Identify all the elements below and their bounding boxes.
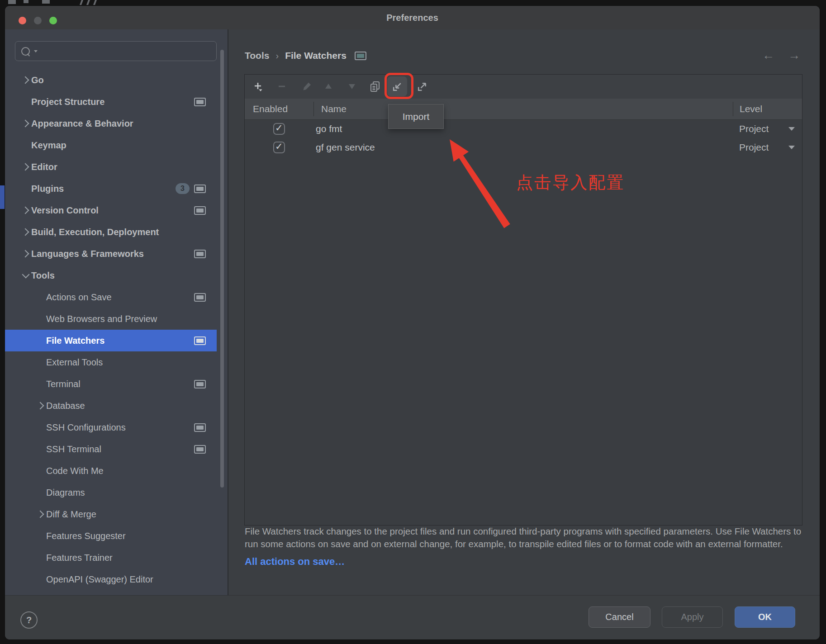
minus-icon xyxy=(276,81,287,92)
dropdown-caret-icon xyxy=(788,146,795,149)
sidebar-item-file-watchers[interactable]: File Watchers xyxy=(5,330,217,351)
monitor-icon xyxy=(355,52,366,60)
move-down-button[interactable] xyxy=(342,76,362,96)
background-fragment xyxy=(80,0,83,5)
titlebar: Preferences xyxy=(5,6,820,30)
monitor-icon xyxy=(194,185,206,193)
watcher-row-gf-gen-service[interactable]: gf gen service Project xyxy=(245,138,802,156)
column-header-name: Name xyxy=(313,102,733,116)
sidebar-item-features-trainer[interactable]: Features Trainer xyxy=(5,547,217,568)
ok-button[interactable]: OK xyxy=(735,606,795,628)
copy-watcher-button[interactable] xyxy=(365,76,385,96)
dialog-footer: ? Cancel Apply OK xyxy=(5,595,820,639)
sidebar-item-diff-merge[interactable]: Diff & Merge xyxy=(5,503,217,525)
monitor-icon xyxy=(194,336,206,345)
column-header-enabled: Enabled xyxy=(245,104,313,114)
move-up-button[interactable] xyxy=(318,76,338,96)
sidebar-item-tools[interactable]: Tools xyxy=(5,265,217,286)
sidebar-item-diagrams[interactable]: Diagrams xyxy=(5,482,217,503)
background-fragment xyxy=(0,185,5,209)
level-dropdown[interactable]: Project xyxy=(733,142,802,153)
sidebar-item-keymap[interactable]: Keymap xyxy=(5,134,217,156)
watchers-table-header: Enabled Name Level xyxy=(245,99,802,120)
search-options-caret-icon xyxy=(34,50,38,52)
settings-content: Tools › File Watchers ← → xyxy=(228,29,820,596)
enabled-checkbox[interactable] xyxy=(273,142,285,153)
watchers-description: File Watchers track changes to the proje… xyxy=(245,525,809,568)
remove-watcher-button[interactable] xyxy=(272,76,292,96)
export-icon xyxy=(416,80,428,93)
sidebar-item-database[interactable]: Database xyxy=(5,395,217,417)
window-title: Preferences xyxy=(5,6,820,29)
sidebar-item-project-structure[interactable]: Project Structure xyxy=(5,91,217,113)
background-fragment xyxy=(86,0,90,5)
plus-icon xyxy=(252,80,264,92)
edit-watcher-button[interactable] xyxy=(297,76,317,96)
sidebar-item-terminal[interactable]: Terminal xyxy=(5,373,217,395)
monitor-icon xyxy=(194,293,206,302)
sidebar-item-editor[interactable]: Editor xyxy=(5,156,217,178)
pencil-icon xyxy=(302,81,313,92)
monitor-icon xyxy=(194,423,206,432)
chevron-right-icon xyxy=(36,402,44,410)
chevron-right-icon xyxy=(21,228,29,236)
copy-icon xyxy=(369,80,381,92)
export-watchers-button[interactable] xyxy=(412,76,432,96)
all-actions-on-save-link[interactable]: All actions on save… xyxy=(245,555,345,568)
sidebar-item-features-suggester[interactable]: Features Suggester xyxy=(5,525,217,547)
add-watcher-button[interactable] xyxy=(248,76,268,96)
chevron-down-icon xyxy=(22,271,30,279)
search-input[interactable] xyxy=(41,46,216,57)
enabled-checkbox[interactable] xyxy=(273,123,285,135)
sidebar-item-external-tools[interactable]: External Tools xyxy=(5,351,217,373)
cancel-button[interactable]: Cancel xyxy=(589,606,650,628)
chevron-right-icon xyxy=(21,120,29,128)
settings-sidebar: Go Project Structure Appearance & Behavi… xyxy=(5,29,228,596)
sidebar-item-go[interactable]: Go xyxy=(5,69,217,91)
background-fragment xyxy=(93,0,97,5)
sidebar-scrollbar[interactable] xyxy=(220,50,224,488)
watchers-toolbar xyxy=(245,75,802,99)
watcher-row-go-fmt[interactable]: go fmt Project xyxy=(245,119,802,138)
apply-button[interactable]: Apply xyxy=(662,606,723,628)
sidebar-item-build-execution-deployment[interactable]: Build, Execution, Deployment xyxy=(5,221,217,243)
chevron-right-icon xyxy=(36,511,44,518)
arrow-down-icon xyxy=(347,81,357,92)
sidebar-item-actions-on-save[interactable]: Actions on Save xyxy=(5,286,217,308)
sidebar-item-ssh-terminal[interactable]: SSH Terminal xyxy=(5,438,217,460)
watcher-name: gf gen service xyxy=(313,142,733,153)
forward-button[interactable]: → xyxy=(788,48,800,62)
settings-tree: Go Project Structure Appearance & Behavi… xyxy=(5,69,228,590)
sidebar-item-plugins[interactable]: Plugins 3 xyxy=(5,178,217,199)
settings-search-box[interactable] xyxy=(15,41,217,61)
help-button[interactable]: ? xyxy=(20,611,38,629)
search-icon xyxy=(21,47,30,56)
monitor-icon xyxy=(194,380,206,388)
chevron-right-icon xyxy=(21,76,29,84)
monitor-icon xyxy=(194,250,206,258)
level-dropdown[interactable]: Project xyxy=(733,123,802,134)
import-watchers-button[interactable] xyxy=(387,76,407,96)
column-header-level: Level xyxy=(733,102,802,116)
sidebar-item-web-browsers-and-preview[interactable]: Web Browsers and Preview xyxy=(5,308,217,330)
import-tooltip: Import xyxy=(388,104,444,129)
plugins-count-badge: 3 xyxy=(176,183,190,194)
sidebar-item-code-with-me[interactable]: Code With Me xyxy=(5,460,217,482)
sidebar-item-appearance-behavior[interactable]: Appearance & Behavior xyxy=(5,113,217,134)
dropdown-caret-icon xyxy=(788,127,795,131)
sidebar-item-version-control[interactable]: Version Control xyxy=(5,199,217,221)
chevron-right-icon xyxy=(21,163,29,171)
sidebar-item-languages-frameworks[interactable]: Languages & Frameworks xyxy=(5,243,217,265)
preferences-dialog: Preferences Go Project Structure Appeara… xyxy=(5,5,820,640)
watcher-name: go fmt xyxy=(313,123,733,134)
sidebar-item-ssh-configurations[interactable]: SSH Configurations xyxy=(5,417,217,438)
back-button[interactable]: ← xyxy=(762,48,774,62)
breadcrumb: Tools › File Watchers xyxy=(245,50,366,61)
sidebar-item-openapi-swagger-editor[interactable]: OpenAPI (Swagger) Editor xyxy=(5,568,217,590)
page-title: File Watchers xyxy=(285,50,347,61)
monitor-icon xyxy=(194,98,206,106)
background-fragment xyxy=(8,0,16,4)
breadcrumb-tools[interactable]: Tools xyxy=(245,50,269,61)
import-icon xyxy=(391,80,404,93)
background-fragment xyxy=(42,0,50,4)
